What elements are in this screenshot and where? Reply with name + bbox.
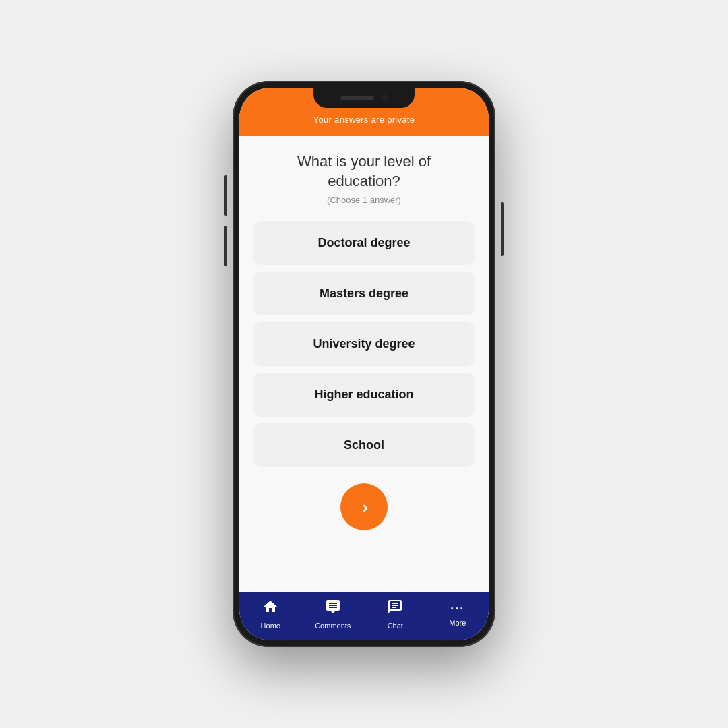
- question-title: What is your level ofeducation?: [297, 152, 431, 191]
- option-school[interactable]: School: [253, 423, 475, 467]
- nav-label-chat: Chat: [388, 621, 403, 630]
- volume-down-button: [224, 226, 227, 266]
- home-icon: [262, 599, 278, 619]
- phone-screen: Your answers are private What is your le…: [239, 88, 489, 640]
- speaker: [340, 96, 374, 100]
- nav-label-home: Home: [261, 621, 280, 630]
- nav-item-comments[interactable]: Comments: [302, 599, 365, 630]
- nav-label-more: More: [449, 619, 466, 627]
- chevron-right-icon: ›: [362, 497, 368, 518]
- power-button: [501, 202, 504, 256]
- option-doctoral[interactable]: Doctoral degree: [253, 221, 475, 265]
- chat-icon: [387, 599, 403, 619]
- nav-label-comments: Comments: [315, 621, 351, 630]
- nav-item-chat[interactable]: Chat: [364, 599, 427, 630]
- volume-up-button: [224, 175, 227, 216]
- nav-item-more[interactable]: ··· More: [427, 602, 489, 627]
- main-content: What is your level ofeducation? (Choose …: [239, 136, 489, 592]
- comments-icon: [325, 599, 341, 619]
- notch: [313, 88, 415, 108]
- phone-frame: Your answers are private What is your le…: [233, 81, 495, 647]
- bottom-navigation: Home Comments Chat: [239, 592, 489, 640]
- camera: [381, 94, 388, 101]
- more-icon: ···: [450, 602, 464, 616]
- question-subtitle: (Choose 1 answer): [327, 195, 401, 205]
- option-masters[interactable]: Masters degree: [253, 272, 475, 315]
- option-higher-education[interactable]: Higher education: [253, 373, 475, 417]
- options-list: Doctoral degree Masters degree Universit…: [253, 221, 475, 467]
- option-university[interactable]: University degree: [253, 322, 475, 366]
- privacy-notice: Your answers are private: [313, 115, 415, 125]
- next-button[interactable]: ›: [340, 483, 388, 530]
- nav-item-home[interactable]: Home: [239, 599, 302, 630]
